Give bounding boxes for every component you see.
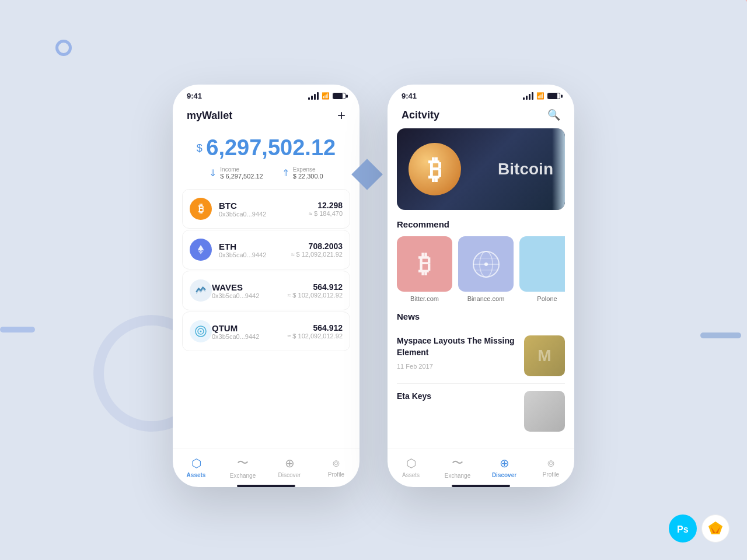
expense-info: Expense $ 22,300.0 (293, 166, 323, 180)
assets-icon-2: ⬡ (406, 456, 416, 470)
eth-info: ETH 0x3b5ca0...9442 (219, 242, 291, 258)
binance-label: Binance.com (458, 295, 514, 302)
nav-profile-2[interactable]: ⌾ Profile (533, 456, 568, 478)
news-title: News (397, 312, 565, 321)
exchange-icon-1: 〜 (237, 455, 249, 471)
waves-info: WAVES 0x3b5ca0...9442 (212, 282, 287, 299)
signal-bar-2 (311, 96, 313, 100)
expense-value: $ 22,300.0 (293, 173, 323, 180)
discover-label-2: Discover (492, 472, 516, 478)
news-item-2[interactable]: Eta Keys (397, 384, 565, 439)
signal-bar-2b (526, 96, 528, 100)
nav-assets-2[interactable]: ⬡ Assets (393, 456, 428, 478)
expense-stat: ⇑ Expense $ 22,300.0 (282, 166, 323, 180)
news-content-1: Myspace Layouts The Missing Element 11 F… (397, 335, 524, 370)
news-content-2: Eta Keys (397, 391, 524, 407)
add-button[interactable]: + (337, 108, 345, 123)
nav-assets-1[interactable]: ⬡ Assets (179, 456, 214, 478)
waves-usd: ≈ $ 102,092,012.92 (287, 292, 343, 299)
news-title-1: Myspace Layouts The Missing Element (397, 335, 517, 358)
btc-icon: ₿ (190, 198, 212, 220)
news-item-1[interactable]: Myspace Layouts The Missing Element 11 F… (397, 328, 565, 384)
battery-fill-1 (333, 93, 343, 99)
search-icon-btn[interactable]: 🔍 (547, 108, 560, 121)
income-label: Income (220, 166, 263, 173)
bitcoin-banner-bg: ₿ Bitcoin (397, 128, 565, 210)
btc-info: BTC 0x3b5ca0...9442 (219, 201, 309, 218)
qtum-icon (190, 320, 212, 342)
nav-exchange-2[interactable]: 〜 Exchange (440, 455, 475, 479)
signal-bar-2c (529, 94, 530, 100)
profile-label-2: Profile (543, 471, 559, 478)
status-icons-2: 📶 (523, 92, 560, 100)
profile-label-1: Profile (328, 471, 344, 478)
binance-globe-svg (469, 247, 504, 282)
coin-item-waves[interactable]: WAVES 0x3b5ca0...9442 564.912 ≈ $ 102,09… (182, 271, 350, 310)
nav-indicator-1 (237, 485, 295, 487)
waves-icon (190, 279, 212, 302)
coin-list: ₿ BTC 0x3b5ca0...9442 12.298 ≈ $ 184,470 (173, 189, 359, 449)
bitcoin-label: Bitcoin (498, 160, 553, 178)
recommend-bitter[interactable]: ₿ Bitter.com (397, 236, 452, 302)
recommend-title: Recommend (397, 219, 565, 229)
news-thumb-letter-1: M (537, 346, 551, 365)
banner-peek (552, 128, 565, 210)
coin-item-eth[interactable]: ETH 0x3b5ca0...9442 708.2003 ≈ $ 12,092,… (182, 230, 350, 270)
wifi-icon-2: 📶 (536, 92, 544, 100)
exchange-label-1: Exchange (230, 473, 256, 479)
news-date-1: 11 Feb 2017 (397, 363, 517, 370)
battery-fill-2 (548, 93, 557, 99)
qtum-balance: 564.912 ≈ $ 102,092,012.92 (287, 323, 343, 340)
news-thumb-1: M (524, 335, 565, 376)
waves-balance: 564.912 ≈ $ 102,092,012.92 (287, 282, 343, 299)
activity-title: Acitvity (402, 109, 439, 121)
tools-row: Ps (669, 514, 729, 542)
status-bar-1: 9:41 📶 (173, 85, 359, 104)
nav-discover-1[interactable]: ⊕ Discover (272, 456, 307, 478)
recommend-row: ₿ Bitter.com (397, 236, 565, 302)
income-stat: ⇓ Income $ 6,297,502.12 (209, 166, 263, 180)
phone1-content: myWallet + $ 6,297,502.12 ⇓ Income $ 6,2… (173, 104, 359, 487)
coin-item-qtum[interactable]: QTUM 0x3b5ca0...9442 564.912 ≈ $ 102,092… (182, 312, 350, 351)
balance-section: $ 6,297,502.12 ⇓ Income $ 6,297,502.12 ⇑ (173, 130, 359, 189)
balance-dollar-sign: $ (197, 142, 203, 154)
bitter-btc-symbol: ₿ (418, 250, 431, 278)
nav-discover-2[interactable]: ⊕ Discover (487, 456, 522, 478)
waves-name: WAVES (212, 282, 287, 292)
bitcoin-banner[interactable]: ₿ Bitcoin (397, 128, 565, 210)
recommend-binance[interactable]: Binance.com (458, 236, 514, 302)
expense-icon: ⇑ (282, 167, 289, 178)
btc-address: 0x3b5ca0...9442 (219, 211, 309, 218)
signal-bar-3 (314, 94, 316, 100)
signal-bar-2d (532, 92, 533, 100)
bg-bar-right (700, 332, 741, 338)
nav-exchange-1[interactable]: 〜 Exchange (225, 455, 260, 479)
assets-icon-1: ⬡ (191, 456, 201, 470)
activity-header: Acitvity 🔍 (388, 104, 574, 128)
coin-item-btc[interactable]: ₿ BTC 0x3b5ca0...9442 12.298 ≈ $ 184,470 (182, 189, 350, 229)
news-thumb-2 (524, 391, 565, 432)
eth-name: ETH (219, 242, 291, 251)
polo-label: Polone (519, 295, 565, 302)
bg-bar-left (0, 327, 35, 332)
svg-text:Ps: Ps (677, 524, 689, 534)
signal-bar-1 (308, 97, 310, 100)
income-value: $ 6,297,502.12 (220, 173, 263, 180)
qtum-amount: 564.912 (287, 323, 343, 332)
nav-profile-1[interactable]: ⌾ Profile (319, 456, 354, 478)
phone-wallet: 9:41 📶 myWallet + (173, 85, 359, 487)
recommend-polo[interactable]: Polone (519, 236, 565, 302)
status-icons-1: 📶 (308, 92, 345, 100)
bitter-label: Bitter.com (397, 295, 452, 302)
bg-circle-blue (55, 40, 72, 56)
eth-address: 0x3b5ca0...9442 (219, 251, 291, 258)
news-title-2: Eta Keys (397, 391, 517, 402)
btc-name: BTC (219, 201, 309, 211)
bottom-nav-1: ⬡ Assets 〜 Exchange ⊕ Discover ⌾ Profile (173, 449, 359, 482)
eth-icon (190, 239, 212, 261)
signal-bars-1 (308, 92, 319, 100)
btc-balance: 12.298 ≈ $ 184,470 (309, 201, 343, 217)
expense-label: Expense (293, 166, 323, 173)
balance-stats: ⇓ Income $ 6,297,502.12 ⇑ Expense $ 22,3… (187, 166, 345, 180)
waves-amount: 564.912 (287, 282, 343, 292)
